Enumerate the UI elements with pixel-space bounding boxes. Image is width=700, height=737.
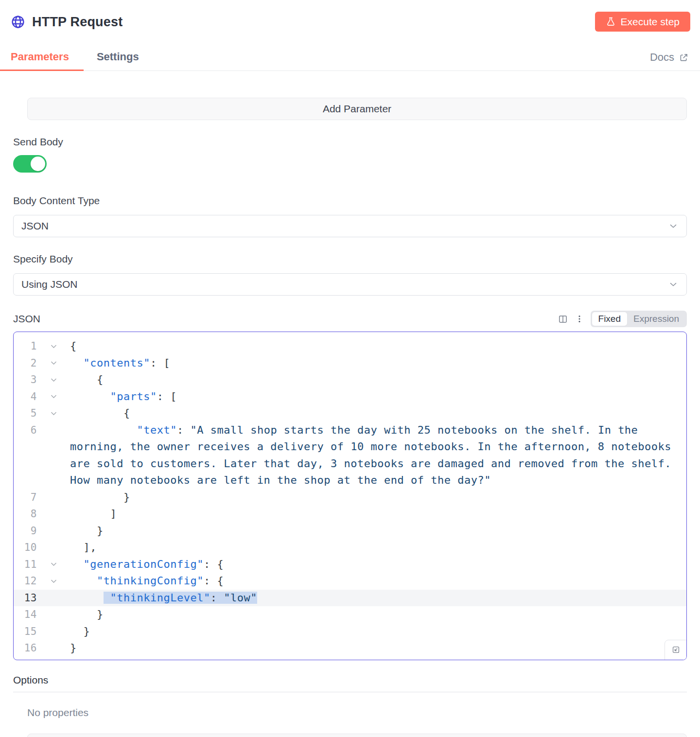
panel-header: HTTP Request Execute step Parameters Set…	[0, 0, 700, 71]
code-token: "text"	[137, 424, 176, 436]
fold-chevron-icon[interactable]	[37, 371, 70, 388]
toggle-knob	[31, 157, 45, 171]
send-body-toggle[interactable]	[13, 155, 47, 173]
body-content-type-select[interactable]: JSON	[13, 215, 687, 237]
line-number: 8	[14, 506, 37, 523]
code-line[interactable]: 3 {	[14, 371, 686, 388]
fold-spacer	[37, 506, 70, 523]
body-content-type-label: Body Content Type	[13, 195, 687, 207]
no-properties-text: No properties	[27, 707, 687, 719]
execute-step-button[interactable]: Execute step	[595, 12, 690, 32]
code-line[interactable]: 7 }	[14, 489, 686, 506]
tab-bar: Parameters Settings Docs	[0, 44, 700, 71]
code-line[interactable]: 11 "generationConfig": {	[14, 556, 686, 573]
code-line[interactable]: 12 "thinkingConfig": {	[14, 573, 686, 590]
code-line[interactable]: 9 }	[14, 523, 686, 540]
code-line[interactable]: 1{	[14, 338, 686, 355]
docs-link[interactable]: Docs	[650, 51, 689, 70]
code-line[interactable]: 10 ],	[14, 539, 686, 556]
fold-chevron-icon[interactable]	[37, 338, 70, 355]
chevron-down-icon	[668, 221, 679, 231]
tab-parameters[interactable]: Parameters	[0, 44, 84, 70]
kebab-menu-icon[interactable]	[575, 314, 584, 324]
add-option-button[interactable]: Add option	[27, 734, 687, 737]
add-parameter-button[interactable]: Add Parameter	[27, 98, 687, 120]
fold-chevron-icon[interactable]	[37, 573, 70, 590]
code-content: "thinkingLevel": "low"	[70, 590, 686, 607]
fold-chevron-icon[interactable]	[37, 556, 70, 573]
fixed-expression-toggle: Fixed Expression	[591, 311, 687, 327]
code-line[interactable]: 8 ]	[14, 506, 686, 523]
code-content: ]	[70, 506, 686, 523]
code-content: "text": "A small shop starts the day wit…	[70, 422, 686, 489]
json-code-editor[interactable]: 1{2 "contents": [3 {4 "parts": [5 {6 "te…	[13, 332, 687, 660]
code-line[interactable]: 13 "thinkingLevel": "low"	[14, 590, 686, 607]
specify-body-label: Specify Body	[13, 253, 687, 265]
code-line[interactable]: 14 }	[14, 606, 686, 623]
code-token: {	[70, 407, 130, 419]
flask-icon	[606, 17, 616, 27]
line-number: 7	[14, 489, 37, 506]
line-number: 15	[14, 623, 37, 640]
fold-spacer	[37, 539, 70, 556]
tab-settings[interactable]: Settings	[84, 44, 154, 70]
code-token: }	[70, 642, 77, 654]
code-line[interactable]: 15 }	[14, 623, 686, 640]
options-section-label: Options	[13, 674, 687, 692]
code-token: "contents"	[84, 357, 150, 369]
code-content: "contents": [	[70, 355, 686, 372]
fold-spacer	[37, 422, 70, 489]
code-content: }	[70, 489, 686, 506]
code-token: : [	[150, 357, 170, 369]
line-number: 16	[14, 640, 37, 657]
expand-editor-icon	[671, 645, 681, 654]
json-field-header: JSON Fixed Expression	[13, 311, 687, 327]
code-content: {	[70, 338, 686, 355]
line-number: 5	[14, 405, 37, 422]
mode-expression[interactable]: Expression	[627, 312, 685, 326]
line-number: 13	[14, 590, 37, 607]
title-row: HTTP Request Execute step	[11, 12, 690, 32]
line-number: 10	[14, 539, 37, 556]
code-line[interactable]: 16}	[14, 640, 686, 657]
code-token	[70, 390, 110, 403]
split-editor-icon[interactable]	[558, 314, 568, 324]
mode-fixed[interactable]: Fixed	[592, 312, 627, 326]
code-content: "generationConfig": {	[70, 556, 686, 573]
specify-body-value: Using JSON	[21, 279, 78, 290]
docs-label: Docs	[650, 51, 674, 64]
specify-body-select[interactable]: Using JSON	[13, 273, 687, 296]
code-content: {	[70, 405, 686, 422]
code-token: "thinkingConfig"	[97, 575, 204, 587]
code-content: }	[70, 623, 686, 640]
fold-spacer	[37, 489, 70, 506]
line-number: 12	[14, 573, 37, 590]
code-token: "generationConfig"	[84, 558, 204, 570]
code-line[interactable]: 5 {	[14, 405, 686, 422]
fold-chevron-icon[interactable]	[37, 405, 70, 422]
code-content: }	[70, 640, 686, 657]
code-line[interactable]: 2 "contents": [	[14, 355, 686, 372]
code-line[interactable]: 6 "text": "A small shop starts the day w…	[14, 422, 686, 489]
fold-spacer	[37, 523, 70, 540]
code-token: }	[70, 608, 104, 620]
chevron-down-icon	[668, 279, 679, 290]
code-token: : {	[204, 558, 224, 570]
fold-spacer	[37, 590, 70, 607]
send-body-label: Send Body	[13, 136, 687, 148]
http-request-node-panel: HTTP Request Execute step Parameters Set…	[0, 0, 700, 737]
fold-chevron-icon[interactable]	[37, 355, 70, 372]
line-number: 11	[14, 556, 37, 573]
code-token: : {	[204, 575, 224, 587]
line-number: 4	[14, 388, 37, 405]
fold-spacer	[37, 640, 70, 657]
parameters-pane: Add Parameter Send Body Body Content Typ…	[0, 98, 700, 737]
fold-chevron-icon[interactable]	[37, 388, 70, 405]
fold-spacer	[37, 606, 70, 623]
code-line[interactable]: 4 "parts": [	[14, 388, 686, 405]
code-token: : [	[157, 390, 177, 403]
json-controls: Fixed Expression	[558, 311, 687, 327]
external-link-icon	[679, 53, 689, 63]
code-content: {	[70, 371, 686, 388]
expand-editor-button[interactable]	[665, 640, 687, 660]
